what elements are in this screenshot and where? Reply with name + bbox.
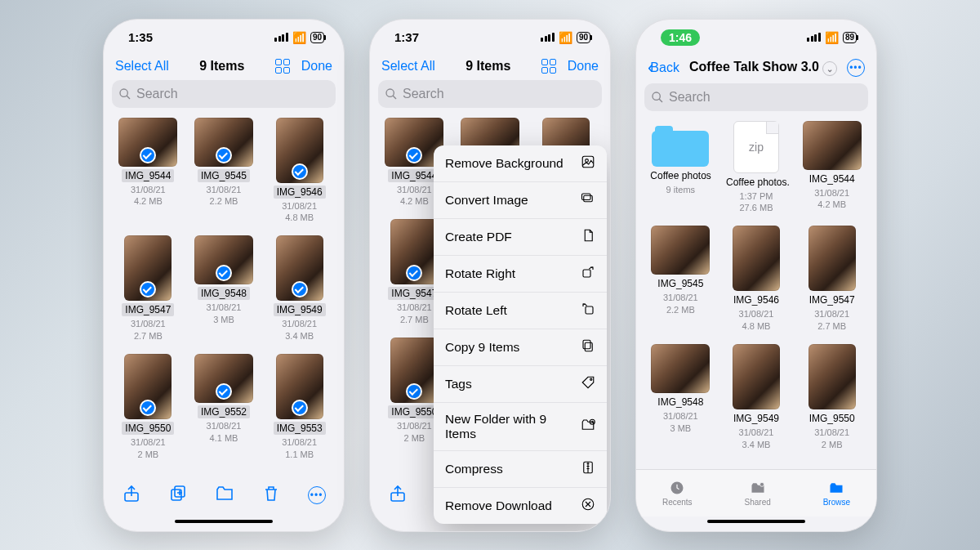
view-mode-icon[interactable] xyxy=(541,59,556,74)
file-name: IMG_9550 xyxy=(122,422,174,435)
file-name: IMG_9550 xyxy=(388,405,440,418)
status-bar: 1:46 📶 89 xyxy=(636,20,876,56)
file-item[interactable]: IMG_9547 31/08/212.7 MB xyxy=(112,235,185,342)
file-item[interactable]: IMG_9546 31/08/214.8 MB xyxy=(720,226,793,333)
selected-check-icon xyxy=(292,281,308,297)
nav-bar: Select All 9 Items Done xyxy=(104,56,344,78)
file-meta: 1:37 PM27.6 MB xyxy=(740,190,773,215)
done-button[interactable]: Done xyxy=(301,59,332,74)
context-menu: Remove BackgroundConvert ImageCreate PDF… xyxy=(434,145,607,524)
toolbar: ••• xyxy=(104,474,344,516)
svg-line-1 xyxy=(127,96,130,99)
file-meta: 31/08/213.4 MB xyxy=(739,427,774,451)
file-name: IMG_9548 xyxy=(198,287,250,300)
thumbnail xyxy=(803,121,862,170)
selected-check-icon xyxy=(216,265,232,281)
move-folder-icon[interactable] xyxy=(215,484,234,507)
file-meta: 31/08/212.7 MB xyxy=(131,318,166,342)
menu-item[interactable]: Remove Background xyxy=(434,145,607,182)
trash-icon[interactable] xyxy=(261,484,281,507)
view-mode-icon[interactable] xyxy=(275,59,290,74)
thumbnail xyxy=(118,118,177,167)
battery-icon: 89 xyxy=(843,32,857,43)
file-name: IMG_9552 xyxy=(198,405,250,418)
file-item[interactable]: IMG_9549 31/08/213.4 MB xyxy=(263,235,336,342)
file-meta: 31/08/212 MB xyxy=(131,436,166,461)
file-item[interactable]: zip Coffee photos.zip 1:37 PM27.6 MB xyxy=(720,121,793,215)
file-item[interactable]: IMG_9544 31/08/214.2 MB xyxy=(112,118,185,225)
duplicate-icon[interactable] xyxy=(168,484,188,507)
search-input[interactable]: Search xyxy=(112,80,336,108)
file-name: IMG_9546 xyxy=(274,186,326,199)
file-item[interactable]: IMG_9544 31/08/214.2 MB xyxy=(795,121,868,215)
svg-point-5 xyxy=(386,89,394,96)
tab-browse[interactable]: Browse xyxy=(823,480,850,507)
thumbnail xyxy=(194,354,253,403)
file-item[interactable]: IMG_9552 31/08/214.1 MB xyxy=(188,354,261,461)
search-icon xyxy=(385,87,398,101)
menu-item[interactable]: New Folder with 9 Items xyxy=(434,403,607,451)
file-name: IMG_9547 xyxy=(806,293,858,306)
file-item[interactable]: IMG_9545 31/08/212.2 MB xyxy=(644,226,717,333)
file-meta: 31/08/213 MB xyxy=(663,410,698,435)
file-item[interactable]: IMG_9548 31/08/213 MB xyxy=(188,235,261,342)
select-all-button[interactable]: Select All xyxy=(115,59,169,74)
remove-icon xyxy=(581,497,595,515)
file-grid[interactable]: Coffee photos 9 itemszip Coffee photos.z… xyxy=(636,118,876,469)
file-item[interactable]: IMG_9550 31/08/212 MB xyxy=(112,354,185,461)
menu-label: Tags xyxy=(445,377,472,391)
menu-item[interactable]: Rotate Left xyxy=(434,293,607,329)
nav-bar: ‹ Back Coffee Talk Show 3.0⌄ ••• xyxy=(636,56,876,82)
phone-select-mode: 1:35 📶 90 Select All 9 Items Done Search… xyxy=(103,19,345,532)
done-button[interactable]: Done xyxy=(568,59,599,74)
file-meta: 31/08/212.2 MB xyxy=(663,292,698,316)
file-item[interactable]: Coffee photos 9 items xyxy=(644,121,717,215)
menu-item[interactable]: Rotate Right xyxy=(434,256,607,293)
file-grid[interactable]: IMG_9544 31/08/214.2 MB IMG_9545 31/08/2… xyxy=(104,114,344,474)
wifi-icon: 📶 xyxy=(825,32,839,43)
home-indicator xyxy=(104,516,344,531)
thumbnail xyxy=(390,338,438,403)
menu-item[interactable]: Create PDF xyxy=(434,219,607,256)
svg-point-25 xyxy=(760,482,764,486)
page-title: 9 Items xyxy=(466,59,510,74)
search-input[interactable]: Search xyxy=(644,83,868,111)
chevron-down-icon[interactable]: ⌄ xyxy=(822,61,837,76)
menu-item[interactable]: Copy 9 Items xyxy=(434,329,607,366)
file-name: Coffee photos xyxy=(647,169,714,182)
thumbnail xyxy=(124,354,172,419)
back-button[interactable]: ‹ Back xyxy=(648,59,679,77)
thumbnail xyxy=(276,235,323,301)
svg-rect-10 xyxy=(582,194,591,200)
selected-check-icon xyxy=(292,163,308,180)
share-icon[interactable] xyxy=(388,484,408,507)
search-input[interactable]: Search xyxy=(378,80,602,108)
menu-item[interactable]: Convert Image xyxy=(434,182,607,219)
file-meta: 31/08/214.2 MB xyxy=(397,184,432,208)
file-meta: 31/08/214.2 MB xyxy=(814,187,849,212)
more-icon[interactable]: ••• xyxy=(308,486,326,504)
file-item[interactable]: IMG_9547 31/08/212.7 MB xyxy=(795,226,868,333)
page-title: Coffee Talk Show 3.0⌄ xyxy=(689,60,837,76)
more-icon[interactable]: ••• xyxy=(847,59,865,77)
share-icon[interactable] xyxy=(122,484,141,507)
file-meta: 31/08/212 MB xyxy=(397,420,432,445)
nav-bar: Select All 9 Items Done xyxy=(370,56,610,78)
clock-icon xyxy=(667,480,687,496)
select-all-button[interactable]: Select All xyxy=(381,59,435,74)
file-item[interactable]: IMG_9545 31/08/212.2 MB xyxy=(188,118,261,225)
menu-item[interactable]: Remove Download xyxy=(434,488,607,524)
tab-shared[interactable]: Shared xyxy=(745,480,771,507)
file-item[interactable]: IMG_9553 31/08/211.1 MB xyxy=(263,354,336,461)
file-item[interactable]: IMG_9548 31/08/213 MB xyxy=(644,344,717,451)
menu-item[interactable]: Tags xyxy=(434,366,607,403)
menu-item[interactable]: Compress xyxy=(434,451,607,488)
thumbnail xyxy=(390,219,438,284)
file-name: IMG_9548 xyxy=(654,396,706,409)
file-item[interactable]: IMG_9550 31/08/212 MB xyxy=(795,344,868,451)
file-item[interactable]: IMG_9549 31/08/213.4 MB xyxy=(720,344,793,451)
tab-recents[interactable]: Recents xyxy=(662,480,693,507)
status-bar: 1:35 📶 90 xyxy=(104,20,344,56)
rotl-icon xyxy=(581,302,595,320)
file-item[interactable]: IMG_9546 31/08/214.8 MB xyxy=(263,118,336,225)
